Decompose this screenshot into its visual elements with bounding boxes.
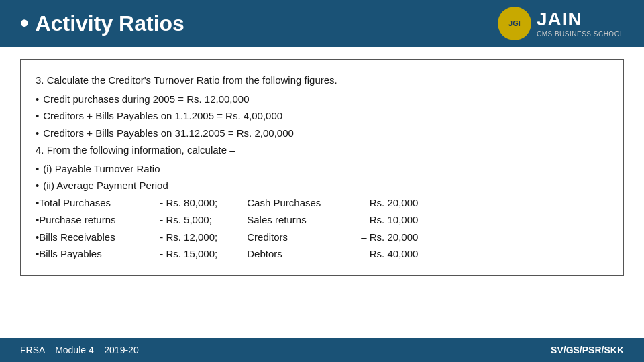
tr1-label2: Sales returns xyxy=(247,211,361,229)
tr2-value: - Rs. 12,000; xyxy=(160,229,247,246)
content-box: 3. Calculate the Creditor's Turnover Rat… xyxy=(20,59,624,276)
bullet-symbol-3: • xyxy=(36,125,39,142)
sub-bullet-2: • (ii) Average Payment Period xyxy=(36,177,608,194)
sub-bullet-text-2: (ii) Average Payment Period xyxy=(43,177,168,194)
jgi-logo: JGI xyxy=(498,7,531,40)
sub-bullet-1: • (i) Payable Turnover Ratio xyxy=(36,160,608,178)
tr1-value: - Rs. 5,000; xyxy=(160,211,247,229)
footer-left-text: FRSA – Module 4 – 2019-20 xyxy=(20,345,139,355)
bullet-3: • Creditors + Bills Payables on 31.12.20… xyxy=(36,125,608,142)
table-row-2: • Bills Receivables - Rs. 12,000; Credit… xyxy=(36,229,608,246)
tr3-label2: Debtors xyxy=(247,245,361,263)
bullet-2: • Creditors + Bills Payables on 1.1.2005… xyxy=(36,107,608,125)
sub-bullet-symbol-2: • xyxy=(36,177,39,194)
bullet-1: • Credit purchases during 2005 = Rs. 12,… xyxy=(36,90,608,108)
school-subtitle: CMS BUSINESS SCHOOL xyxy=(537,30,624,38)
sub-bullet-text-1: (i) Payable Turnover Ratio xyxy=(43,160,160,178)
tr3-value: - Rs. 15,000; xyxy=(160,245,247,263)
bullet-text-2: Creditors + Bills Payables on 1.1.2005 =… xyxy=(43,107,282,125)
tr2-value2: – Rs. 20,000 xyxy=(361,229,441,246)
logo-area: JGI JAIN CMS BUSINESS SCHOOL xyxy=(498,7,624,40)
header: Activity Ratios JGI JAIN CMS BUSINESS SC… xyxy=(0,0,644,47)
jain-logo-text: JAIN CMS BUSINESS SCHOOL xyxy=(537,9,624,38)
tr0-label2: Cash Purchases xyxy=(247,194,361,212)
table-row-3: • Bills Payables - Rs. 15,000; Debtors –… xyxy=(36,245,608,263)
intro-text: 3. Calculate the Creditor's Turnover Rat… xyxy=(36,72,608,89)
tr3-label: Bills Payables xyxy=(39,245,160,263)
tr1-label: Purchase returns xyxy=(39,211,160,229)
tr0-label: Total Purchases xyxy=(39,194,160,212)
footer-right-text: SV/GS/PSR/SKK xyxy=(551,345,624,355)
tr3-value2: – Rs. 40,000 xyxy=(361,245,441,263)
tr1-value2: – Rs. 10,000 xyxy=(361,211,441,229)
tr2-label2: Creditors xyxy=(247,229,361,246)
footer: FRSA – Module 4 – 2019-20 SV/GS/PSR/SKK xyxy=(0,338,644,362)
jain-name: JAIN xyxy=(537,9,624,30)
page-title: Activity Ratios xyxy=(20,9,184,38)
question4-text: 4. From the following information, calcu… xyxy=(36,141,608,159)
bullet-symbol-1: • xyxy=(36,90,39,108)
bullet-text-1: Credit purchases during 2005 = Rs. 12,00… xyxy=(43,90,249,108)
bullet-text-3: Creditors + Bills Payables on 31.12.2005… xyxy=(43,125,294,142)
table-row-1: • Purchase returns - Rs. 5,000; Sales re… xyxy=(36,211,608,229)
tr2-label: Bills Receivables xyxy=(39,229,160,246)
table-row-0: • Total Purchases - Rs. 80,000; Cash Pur… xyxy=(36,194,608,212)
bullet-symbol-2: • xyxy=(36,107,39,125)
tr0-value: - Rs. 80,000; xyxy=(160,194,247,212)
tr0-value2: – Rs. 20,000 xyxy=(361,194,441,212)
sub-bullet-symbol-1: • xyxy=(36,160,39,178)
title-text: Activity Ratios xyxy=(36,11,184,36)
